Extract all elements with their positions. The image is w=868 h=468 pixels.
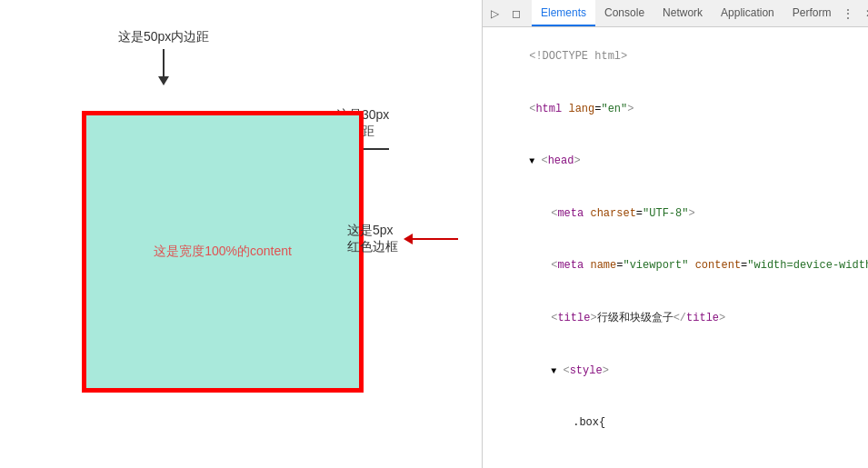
border-label-1: 这是5px xyxy=(347,223,394,239)
code-head[interactable]: ▼ <head> xyxy=(483,135,868,188)
content-label: 这是宽度100%的content xyxy=(154,244,292,260)
tab-performance[interactable]: Perform xyxy=(783,0,841,26)
browser-viewport: 这是50px内边距 这是30px 外边距 这是宽度100%的content xyxy=(0,0,482,468)
tab-application[interactable]: Application xyxy=(712,0,783,26)
code-meta-viewport[interactable]: <meta name="viewport" content="width=dev… xyxy=(483,240,868,293)
device-icon[interactable]: ◻ xyxy=(508,5,524,22)
tab-elements[interactable]: Elements xyxy=(532,0,595,26)
demo-inner-box: 这是宽度100%的content xyxy=(86,115,359,388)
code-meta-charset[interactable]: <meta charset="UTF-8"> xyxy=(483,188,868,241)
tab-network[interactable]: Network xyxy=(653,0,712,26)
border-annotation: 这是5px 红色边框 xyxy=(347,223,458,255)
more-icon[interactable]: ⋮ xyxy=(840,5,856,22)
tab-console[interactable]: Console xyxy=(595,0,653,26)
close-icon[interactable]: ✕ xyxy=(862,5,868,22)
code-style-open[interactable]: ▼ <style> xyxy=(483,344,868,397)
demo-area: 这是50px内边距 这是30px 外边距 这是宽度100%的content xyxy=(0,0,482,468)
code-title[interactable]: <title>行级和块级盒子</title> xyxy=(483,293,868,345)
code-doctype[interactable]: <!DOCTYPE html> xyxy=(483,31,868,84)
code-box-selector[interactable]: .box{ xyxy=(483,397,868,450)
devtools-left-icons: ▷ ◻ xyxy=(486,5,524,22)
outer-box-container: 这是宽度100%的content xyxy=(55,65,391,438)
devtools-right-icons: ⋮ ✕ xyxy=(840,5,868,22)
code-margin[interactable]: margin: 30px; xyxy=(483,450,868,469)
devtools-elements-content: <!DOCTYPE html> <html lang="en"> ▼ <head… xyxy=(483,27,868,468)
padding-label: 这是50px内边距 xyxy=(118,29,209,45)
devtools-panel: ▷ ◻ Elements Console Network Application… xyxy=(482,0,868,468)
devtools-tabs-bar: ▷ ◻ Elements Console Network Application… xyxy=(483,0,868,27)
inspect-icon[interactable]: ▷ xyxy=(486,5,503,22)
border-label-2: 红色边框 xyxy=(347,239,398,255)
demo-outer-box: 这是宽度100%的content xyxy=(82,111,364,393)
code-html[interactable]: <html lang="en"> xyxy=(483,84,868,136)
